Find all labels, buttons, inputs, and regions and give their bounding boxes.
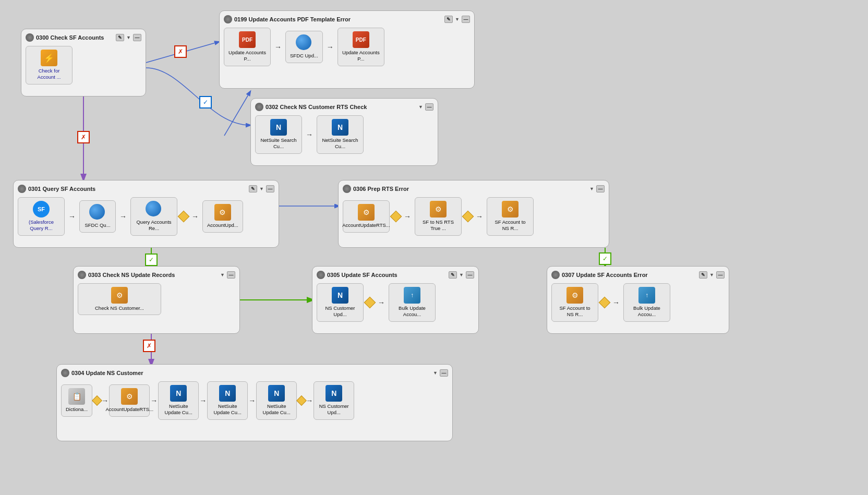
- step-account-upd1[interactable]: ⚙ AccountUpd...: [202, 200, 243, 232]
- step-update-accounts-p1[interactable]: PDF Update Accounts P...: [224, 28, 271, 66]
- step-dictiona-label: Dictiona...: [66, 406, 88, 413]
- step-dictiona[interactable]: 📋 Dictiona...: [61, 384, 92, 416]
- dict-icon: 📋: [68, 388, 85, 405]
- step-account-upd1-label: AccountUpd...: [207, 222, 238, 228]
- diamond-4: [366, 298, 374, 307]
- script-icon: ⚡: [41, 50, 57, 66]
- box-0306-body: ⚙ AccountUpdateRTS... ⚙ SF to NS RTS Tru…: [343, 197, 605, 236]
- box-0300-edit-btn[interactable]: ✎: [116, 34, 124, 41]
- step-update-p1-label: Update Accounts P...: [228, 50, 266, 63]
- step-sf-query-r[interactable]: SF (Salesforce Query R...: [18, 197, 65, 236]
- step-sfdc-upd[interactable]: SFDC Upd...: [285, 31, 323, 63]
- box-0199-collapse-btn[interactable]: —: [462, 16, 470, 23]
- box-0305-chevron[interactable]: ▼: [459, 272, 464, 277]
- step-sf-query-r-label: (Salesforce Query R...: [22, 219, 60, 232]
- box-0302-chevron[interactable]: ▼: [418, 104, 423, 110]
- gear-icon: [26, 33, 34, 42]
- box-0304-collapse-btn[interactable]: —: [440, 369, 448, 377]
- step-query-accounts-re-label: Query Accounts Re...: [135, 219, 173, 232]
- step-sf-acct-to-ns-r2-label: SF Account to NS R...: [556, 305, 594, 318]
- box-0301-chevron[interactable]: ▼: [259, 186, 264, 191]
- step-check-for-account[interactable]: ⚡ Check for Account ...: [26, 46, 73, 84]
- svg-rect-1: [78, 131, 89, 143]
- box-0306-collapse-btn[interactable]: —: [596, 185, 605, 192]
- flow-box-0306: 0306 Prep RTS Error ▼ — ⚙ AccountUpdateR…: [338, 180, 609, 248]
- arrow-304-4: [249, 397, 255, 404]
- gear-icon-0301: [18, 185, 26, 193]
- sf-cloud-icon: SF: [33, 201, 50, 218]
- step-query-accounts-re[interactable]: Query Accounts Re...: [130, 197, 177, 236]
- box-0303-collapse-btn[interactable]: —: [227, 271, 235, 279]
- step-sf-acct-to-ns-r1[interactable]: ⚙ SF Account to NS R...: [487, 197, 534, 236]
- arrow-rts1: [402, 213, 413, 220]
- step-bulk-update-accou1[interactable]: ↑ Bulk Update Accou...: [389, 283, 436, 322]
- box-0199-body: PDF Update Accounts P... SFDC Upd... PDF…: [224, 28, 470, 66]
- svg-text:✗: ✗: [81, 134, 86, 141]
- box-0199-edit-btn[interactable]: ✎: [444, 16, 453, 23]
- step-account-update-rts2[interactable]: ⚙ AccountUpdateRTS...: [109, 384, 150, 416]
- step-ns-customer-upd1[interactable]: N NS Customer Upd...: [317, 283, 364, 322]
- arrow-304-1: [102, 397, 108, 404]
- step-update-accounts-p2[interactable]: PDF Update Accounts P...: [337, 28, 384, 66]
- box-0304-chevron[interactable]: ▼: [433, 370, 438, 376]
- box-0301-collapse-btn[interactable]: —: [266, 185, 274, 192]
- bulk-icon-1: ↑: [404, 287, 420, 304]
- gear-icon-0302: [255, 103, 263, 111]
- box-0302-collapse-btn[interactable]: —: [425, 103, 433, 111]
- box-0305-body: N NS Customer Upd... ↑ Bulk Update Accou…: [317, 283, 474, 322]
- box-0304-title: 0304 Update NS Customer: [71, 370, 143, 376]
- box-0305-header: 0305 Update SF Accounts ✎ ▼ —: [317, 271, 474, 279]
- box-0303-header: 0303 Check NS Update Records ▼ —: [78, 271, 235, 279]
- box-0307-edit-btn[interactable]: ✎: [699, 271, 707, 279]
- step-ns-update-cu3-label: NetSuite Update Cu...: [261, 403, 292, 416]
- box-0306-header: 0306 Prep RTS Error ▼ —: [343, 185, 605, 193]
- box-0305-edit-btn[interactable]: ✎: [449, 271, 457, 279]
- box-0306-chevron[interactable]: ▼: [589, 186, 594, 191]
- box-0300-collapse-btn[interactable]: —: [133, 34, 141, 41]
- step-ns-customer-upd2-label: NS Customer Upd...: [318, 403, 349, 416]
- step-sfdc-qu[interactable]: SFDC Qu...: [79, 200, 116, 232]
- step-sf-acct-to-ns-r2[interactable]: ⚙ SF Account to NS R...: [551, 283, 598, 322]
- box-0199-chevron[interactable]: ▼: [455, 17, 460, 22]
- box-0301-title: 0301 Query SF Accounts: [28, 186, 95, 192]
- svg-text:✓: ✓: [602, 255, 608, 262]
- step-ns-update-cu1-label: NetSuite Update Cu...: [163, 403, 194, 416]
- svg-rect-8: [146, 254, 157, 265]
- box-0301-edit-btn[interactable]: ✎: [249, 185, 257, 192]
- step-ns-update-cu3[interactable]: N NetSuite Update Cu...: [256, 381, 297, 420]
- step-sfdc-upd-label: SFDC Upd...: [290, 53, 318, 59]
- box-0307-collapse-btn[interactable]: —: [716, 271, 725, 279]
- step-bulk-update-accou2[interactable]: ↑ Bulk Update Accou...: [623, 283, 670, 322]
- check-icon-4: ⚙: [502, 201, 519, 218]
- box-0199-title: 0199 Update Accounts PDF Template Error: [234, 16, 351, 22]
- diamond-connector: [179, 212, 188, 221]
- box-0300-chevron-btn[interactable]: ▼: [126, 35, 131, 40]
- svg-rect-18: [599, 253, 611, 264]
- box-0305-collapse-btn[interactable]: —: [466, 271, 474, 279]
- box-0307-chevron[interactable]: ▼: [709, 272, 714, 277]
- step-sf-to-ns-rts[interactable]: ⚙ SF to NS RTS True ...: [415, 197, 462, 236]
- step-check-ns-customer[interactable]: ⚙ Check NS Customer...: [78, 283, 161, 315]
- step-bulk-update-accou1-label: Bulk Update Accou...: [393, 305, 431, 318]
- step-ns-customer-upd2[interactable]: N NS Customer Upd...: [314, 381, 354, 420]
- step-ns-update-cu1[interactable]: N NetSuite Update Cu...: [158, 381, 199, 420]
- step-update-p2-label: Update Accounts P...: [342, 50, 380, 63]
- check-icon-2: ⚙: [358, 204, 375, 221]
- box-0301-body: SF (Salesforce Query R... SFDC Qu... Que…: [18, 197, 274, 236]
- box-0303-chevron[interactable]: ▼: [220, 272, 225, 277]
- svg-text:✗: ✗: [178, 48, 183, 55]
- svg-rect-3: [175, 46, 186, 57]
- step-ns-search-cu2[interactable]: N NetSuite Search Cu...: [317, 115, 364, 154]
- check-icon-3: ⚙: [430, 201, 447, 218]
- arrow-1: [273, 44, 283, 50]
- diamond-icon-2: [390, 211, 402, 223]
- step-account-update-rts1[interactable]: ⚙ AccountUpdateRTS...: [343, 200, 390, 232]
- step-ns-search-cu1[interactable]: N NetSuite Search Cu...: [255, 115, 302, 154]
- box-0306-title: 0306 Prep RTS Error: [353, 186, 409, 192]
- box-0304-body: 📋 Dictiona... ⚙ AccountUpdateRTS... N Ne…: [61, 381, 448, 420]
- step-ns-customer-upd1-label: NS Customer Upd...: [321, 305, 359, 318]
- pdf-icon-2: PDF: [353, 31, 369, 48]
- step-ns-search-cu2-label: NetSuite Search Cu...: [321, 137, 359, 150]
- arrow-307: [611, 299, 621, 306]
- step-ns-update-cu2[interactable]: N NetSuite Update Cu...: [207, 381, 248, 420]
